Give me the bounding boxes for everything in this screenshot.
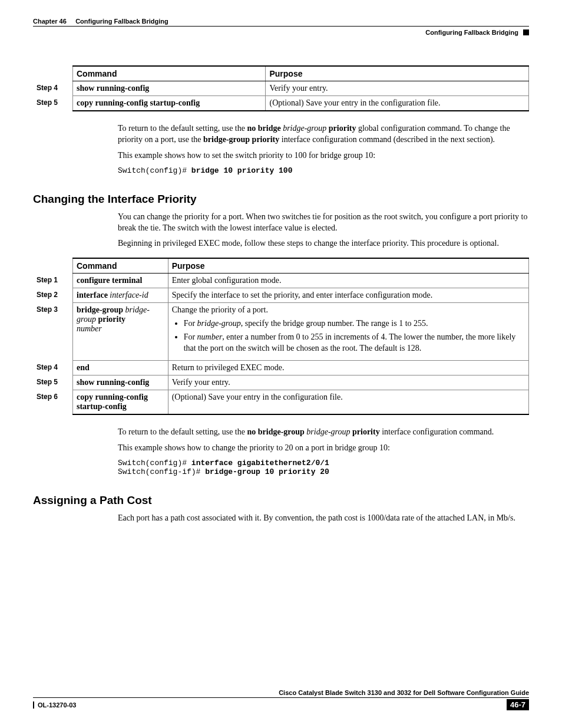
purpose-text: Specify the interface to set the priorit…: [168, 288, 528, 303]
purpose-text: Verify your entry.: [266, 81, 529, 96]
page-sub-header: Configuring Fallback Bridging: [33, 29, 529, 36]
header-square-icon: [523, 29, 529, 35]
body-paragraph: This example shows how to change the pri…: [118, 443, 529, 454]
body-paragraph: Beginning in privileged EXEC mode, follo…: [118, 238, 529, 249]
cmd-text: end: [77, 363, 90, 372]
purpose-text: (Optional) Save your entry in the config…: [266, 96, 529, 111]
col-header-command: Command: [73, 66, 266, 81]
step-label: Step 2: [33, 288, 73, 303]
col-header-purpose: Purpose: [168, 258, 528, 274]
purpose-text: Verify your entry.: [168, 375, 528, 390]
step-label: Step 4: [33, 361, 73, 375]
footer-bar-icon: [33, 701, 34, 709]
section-heading: Changing the Interface Priority: [33, 193, 529, 206]
page-header: Chapter 46 Configuring Fallback Bridging: [33, 18, 529, 27]
steps-table-2: Command Purpose Step 1 configure termina…: [33, 258, 529, 415]
list-item: For bridge-group, specify the bridge gro…: [184, 318, 525, 330]
step-label: Step 4: [33, 81, 73, 96]
cmd-text: copy running-config startup-config: [77, 393, 148, 411]
body-paragraph: This example shows how to set the switch…: [118, 150, 529, 162]
purpose-text: Return to privileged EXEC mode.: [168, 361, 528, 375]
step-label: Step 5: [33, 96, 73, 111]
step-label: Step 3: [33, 303, 73, 361]
body-paragraph: To return to the default setting, use th…: [118, 123, 529, 146]
body-paragraph: You can change the priority for a port. …: [118, 212, 529, 234]
step-label: Step 1: [33, 274, 73, 288]
col-header-purpose: Purpose: [266, 66, 529, 81]
chapter-num: Chapter 46: [33, 18, 67, 25]
step-label: Step 6: [33, 390, 73, 415]
cmd-text: configure terminal: [77, 276, 142, 285]
footer-guide-title: Cisco Catalyst Blade Switch 3130 and 303…: [33, 689, 529, 696]
body-paragraph: To return to the default setting, use th…: [118, 427, 529, 438]
chapter-title: Configuring Fallback Bridging: [75, 18, 168, 25]
purpose-text: (Optional) Save your entry in the config…: [168, 390, 528, 415]
page-number: 46-7: [507, 699, 529, 710]
code-block: Switch(config)# bridge 10 priority 100: [118, 166, 529, 175]
purpose-list: For bridge-group, specify the bridge gro…: [172, 318, 525, 354]
cmd-text: show running-config: [77, 378, 149, 387]
purpose-intro: Change the priority of a port.: [172, 305, 525, 315]
section-name: Configuring Fallback Bridging: [425, 29, 518, 36]
col-header-command: Command: [73, 258, 168, 274]
cmd-text: copy running-config startup-config: [77, 98, 200, 107]
code-block: Switch(config)# interface gigabitetherne…: [118, 459, 529, 476]
steps-table-1: Command Purpose Step 4 show running-conf…: [33, 65, 529, 111]
page-footer: Cisco Catalyst Blade Switch 3130 and 303…: [33, 689, 529, 710]
doc-id: OL-13270-03: [38, 701, 76, 709]
list-item: For number, enter a number from 0 to 255…: [184, 332, 525, 354]
step-label: Step 5: [33, 375, 73, 390]
purpose-text: Enter global configuration mode.: [168, 274, 528, 288]
section-heading: Assigning a Path Cost: [33, 494, 529, 507]
body-paragraph: Each port has a path cost associated wit…: [118, 513, 529, 524]
cmd-text: show running-config: [77, 84, 149, 93]
